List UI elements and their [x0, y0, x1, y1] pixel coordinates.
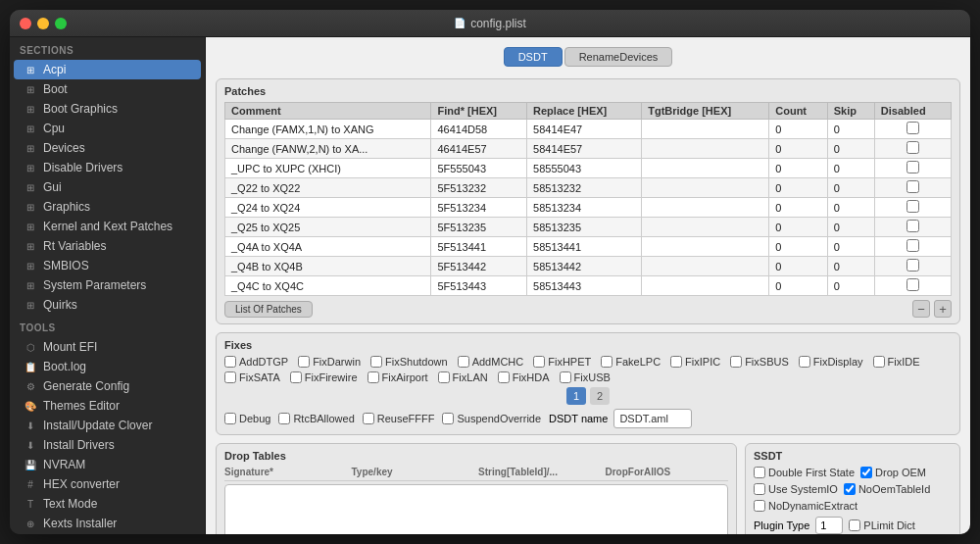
col-comment: Comment [225, 103, 431, 120]
cell-find: 5F513234 [431, 198, 527, 218]
close-button[interactable] [20, 18, 31, 29]
page-1-button[interactable]: 1 [566, 387, 586, 405]
table-row[interactable]: _Q22 to XQ22 5F513232 58513232 0 0 [225, 178, 952, 198]
fix-FixLAN-checkbox[interactable] [438, 371, 450, 383]
fix-FixSATA-checkbox[interactable] [224, 371, 236, 383]
cell-disabled[interactable] [874, 198, 951, 218]
fix-FixUSB-checkbox[interactable] [560, 371, 571, 383]
no-oem-tableid-checkbox[interactable] [844, 483, 856, 495]
table-row[interactable]: _Q4A to XQ4A 5F513441 58513441 0 0 [225, 237, 952, 257]
plugin-type-input[interactable] [815, 517, 843, 534]
sidebar-item-kernel-kext-patches[interactable]: ⊞ Kernel and Kext Patches [14, 217, 201, 236]
sidebar-item-mount-efi[interactable]: ⬡ Mount EFI [14, 337, 201, 357]
sidebar-item-gui[interactable]: ⊞ Gui [14, 177, 201, 197]
dsdt-name-input[interactable] [613, 409, 692, 428]
fix-FixFirewire-label: FixFirewire [290, 371, 358, 383]
table-row[interactable]: _UPC to XUPC (XHCI) 5F555043 58555043 0 … [225, 159, 952, 178]
table-controls: List Of Patches − + [224, 300, 952, 318]
table-row[interactable]: _Q4C to XQ4C 5F513443 58513443 0 0 [225, 276, 952, 296]
sidebar-item-devices[interactable]: ⊞ Devices [14, 138, 201, 158]
cell-disabled[interactable] [874, 237, 951, 257]
fix-AddMCHC-checkbox[interactable] [458, 356, 469, 368]
fix-FixIDE-checkbox[interactable] [873, 356, 885, 368]
sidebar-item-install-update-clover[interactable]: ⬇ Install/Update Clover [14, 416, 201, 435]
drop-oem-checkbox[interactable] [860, 467, 872, 478]
fix-FixDisplay-checkbox[interactable] [799, 356, 810, 368]
sidebar-item-text-mode[interactable]: T Text Mode [14, 494, 201, 514]
ssdt-row-3: NoDynamicExtract [754, 500, 952, 512]
fix-FixSBUS-checkbox[interactable] [730, 356, 742, 368]
sidebar-item-smbios[interactable]: ⊞ SMBIOS [14, 256, 201, 275]
cell-disabled[interactable] [874, 257, 951, 276]
sidebar-item-rt-variables[interactable]: ⊞ Rt Variables [14, 236, 201, 256]
add-patch-button[interactable]: + [934, 300, 952, 318]
page-2-button[interactable]: 2 [590, 387, 610, 405]
double-first-state-checkbox[interactable] [754, 467, 765, 478]
cell-tgt [642, 159, 769, 178]
reuse-checkbox[interactable] [363, 413, 374, 424]
sidebar-item-themes-editor[interactable]: 🎨 Themes Editor [14, 396, 201, 416]
tab-dsdt[interactable]: DSDT [504, 47, 563, 67]
cell-replace: 58513232 [527, 178, 642, 198]
fix-FixUSB-label: FixUSB [560, 371, 611, 383]
cell-disabled[interactable] [874, 159, 951, 178]
list-patches-button[interactable]: List Of Patches [224, 301, 313, 318]
no-dynamic-extract-checkbox[interactable] [754, 500, 765, 512]
sidebar-item-system-parameters[interactable]: ⊞ System Parameters [14, 275, 201, 295]
sidebar-item-boot-log[interactable]: 📋 Boot.log [14, 357, 201, 376]
config-icon: ⚙ [24, 381, 37, 392]
drop-oem-label: Drop OEM [860, 467, 926, 478]
pagination: 1 2 [224, 387, 952, 405]
fix-FakeLPC-label: FakeLPC [601, 356, 661, 368]
cell-disabled[interactable] [874, 276, 951, 296]
sidebar-item-generate-config[interactable]: ⚙ Generate Config [14, 376, 201, 396]
table-row[interactable]: Change (FAMX,1,N) to XANG 46414D58 58414… [225, 120, 952, 139]
sidebar-item-disable-drivers[interactable]: ⊞ Disable Drivers [14, 158, 201, 177]
ssdt-section: SSDT Double First State Drop OEM [745, 443, 960, 534]
cell-disabled[interactable] [874, 218, 951, 237]
fix-FixFirewire-checkbox[interactable] [290, 371, 302, 383]
sidebar-item-cpu[interactable]: ⊞ Cpu [14, 119, 201, 138]
sidebar-item-install-drivers[interactable]: ⬇ Install Drivers [14, 435, 201, 455]
cell-skip: 0 [827, 120, 874, 139]
table-row[interactable]: _Q4B to XQ4B 5F513442 58513442 0 0 [225, 257, 952, 276]
sidebar-item-clover-cloner[interactable]: ⎘ Clover Cloner [14, 533, 201, 534]
fix-FixDarwin-checkbox[interactable] [298, 356, 310, 368]
sidebar-item-quirks[interactable]: ⊞ Quirks [14, 295, 201, 315]
remove-patch-button[interactable]: − [912, 300, 930, 318]
minimize-button[interactable] [37, 18, 49, 29]
cell-skip: 0 [827, 218, 874, 237]
fix-FixShutdown-checkbox[interactable] [370, 356, 382, 368]
fix-FixHPET-checkbox[interactable] [533, 356, 545, 368]
grid-icon: ⊞ [24, 65, 37, 75]
fix-FixAirport-checkbox[interactable] [368, 371, 379, 383]
rtcb-checkbox[interactable] [278, 413, 290, 424]
suspend-checkbox[interactable] [442, 413, 454, 424]
sidebar-item-boot-graphics[interactable]: ⊞ Boot Graphics [14, 99, 201, 119]
sidebar-item-kexts-installer[interactable]: ⊕ Kexts Installer [14, 514, 201, 533]
fix-FixHDA-checkbox[interactable] [498, 371, 510, 383]
cell-disabled[interactable] [874, 178, 951, 198]
plimit-dict-checkbox[interactable] [849, 519, 860, 531]
debug-checkbox[interactable] [224, 413, 236, 424]
table-row[interactable]: _Q25 to XQ25 5F513235 58513235 0 0 [225, 218, 952, 237]
cell-disabled[interactable] [874, 139, 951, 159]
maximize-button[interactable] [55, 18, 67, 29]
fix-AddDTGP-checkbox[interactable] [224, 356, 236, 368]
cell-disabled[interactable] [874, 120, 951, 139]
sidebar-item-hex-converter[interactable]: # HEX converter [14, 474, 201, 494]
table-row[interactable]: Change (FANW,2,N) to XA... 46414E57 5841… [225, 139, 952, 159]
use-systemio-checkbox[interactable] [754, 483, 765, 495]
sidebar-item-graphics[interactable]: ⊞ Graphics [14, 197, 201, 217]
cell-replace: 58414E47 [527, 120, 642, 139]
fix-FakeLPC-checkbox[interactable] [601, 356, 612, 368]
cell-replace: 58513235 [527, 218, 642, 237]
main-panel: DSDT RenameDevices Patches Comment Find*… [206, 37, 970, 534]
sidebar-item-nvram[interactable]: 💾 NVRAM [14, 455, 201, 474]
traffic-lights [20, 18, 67, 29]
sidebar-item-boot[interactable]: ⊞ Boot [14, 79, 201, 99]
sidebar-item-acpi[interactable]: ⊞ Acpi [14, 60, 201, 79]
table-row[interactable]: _Q24 to XQ24 5F513234 58513234 0 0 [225, 198, 952, 218]
tab-rename-devices[interactable]: RenameDevices [564, 47, 673, 67]
fix-FixIPIC-checkbox[interactable] [670, 356, 682, 368]
